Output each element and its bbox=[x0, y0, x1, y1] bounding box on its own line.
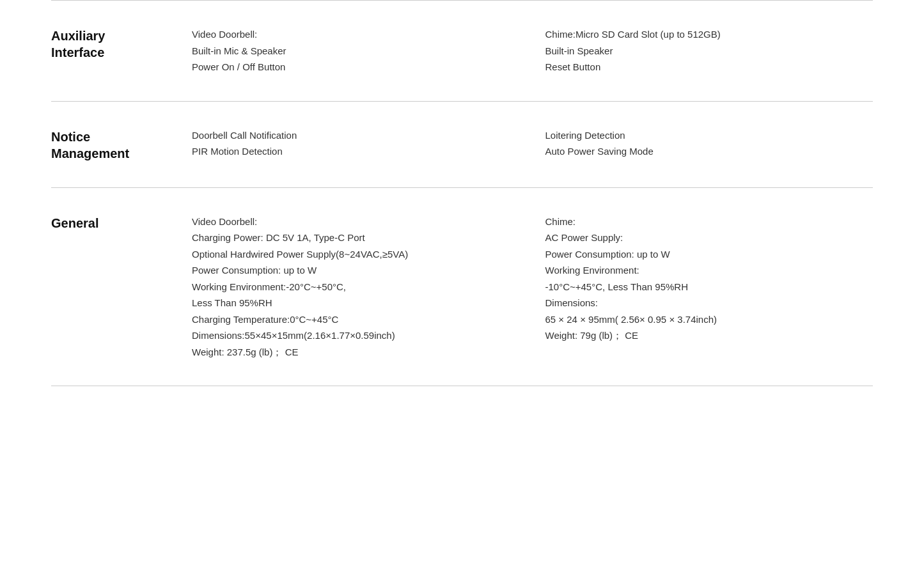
spec-col2-general: Chime:AC Power Supply:Power Consumption:… bbox=[545, 214, 873, 344]
spec-text: PIR Motion Detection bbox=[192, 143, 520, 160]
spec-text: Dimensions:55×45×15mm(2.16×1.77×0.59inch… bbox=[192, 327, 520, 344]
spec-text: Video Doorbell: bbox=[192, 26, 520, 43]
spec-label-general: General bbox=[51, 214, 192, 231]
spec-text: Weight: 237.5g (lb)； CE bbox=[192, 344, 520, 361]
spec-text: Optional Hardwired Power Supply(8~24VAC,… bbox=[192, 246, 520, 263]
spec-text: -10°C~+45°C, Less Than 95%RH bbox=[545, 279, 873, 295]
spec-label-auxiliary-interface: AuxiliaryInterface bbox=[51, 26, 192, 61]
spec-col2-auxiliary-interface: Chime:Micro SD Card Slot (up to 512GB)Bu… bbox=[545, 26, 873, 75]
spec-col1-auxiliary-interface: Video Doorbell:Built-in Mic & SpeakerPow… bbox=[192, 26, 545, 75]
spec-text: Reset Button bbox=[545, 59, 873, 75]
spec-text: Built-in Mic & Speaker bbox=[192, 43, 520, 59]
spec-col2-notice-management: Loitering DetectionAuto Power Saving Mod… bbox=[545, 127, 873, 160]
spec-col1-notice-management: Doorbell Call NotificationPIR Motion Det… bbox=[192, 127, 545, 160]
spec-text: 65 × 24 × 95mm( 2.56× 0.95 × 3.74inch) bbox=[545, 311, 873, 328]
spec-text: Power Consumption: up to W bbox=[192, 262, 520, 279]
spec-text: Charging Power: DC 5V 1A, Type-C Port bbox=[192, 230, 520, 246]
spec-text: Video Doorbell: bbox=[192, 214, 520, 230]
spec-text: Dimensions: bbox=[545, 295, 873, 311]
spec-text: AC Power Supply: bbox=[545, 230, 873, 246]
spec-text: Chime: bbox=[545, 214, 873, 230]
spec-text: Loitering Detection bbox=[545, 127, 873, 144]
spec-row-notice-management: NoticeManagementDoorbell Call Notificati… bbox=[51, 101, 873, 187]
spec-text: Weight: 79g (lb)； CE bbox=[545, 327, 873, 344]
spec-text: Working Environment: bbox=[545, 262, 873, 279]
spec-label-notice-management: NoticeManagement bbox=[51, 127, 192, 162]
spec-text: Doorbell Call Notification bbox=[192, 127, 520, 144]
spec-text: Chime:Micro SD Card Slot (up to 512GB) bbox=[545, 26, 873, 43]
spec-row-general: GeneralVideo Doorbell:Charging Power: DC… bbox=[51, 187, 873, 387]
spec-text: Power Consumption: up to W bbox=[545, 246, 873, 263]
spec-text: Less Than 95%RH bbox=[192, 295, 520, 311]
spec-text: Built-in Speaker bbox=[545, 43, 873, 59]
spec-text: Working Environment:-20°C~+50°C, bbox=[192, 279, 520, 295]
spec-table: AuxiliaryInterfaceVideo Doorbell:Built-i… bbox=[0, 0, 924, 386]
spec-text: Charging Temperature:0°C~+45°C bbox=[192, 311, 520, 328]
spec-text: Auto Power Saving Mode bbox=[545, 143, 873, 160]
spec-text: Power On / Off Button bbox=[192, 59, 520, 75]
spec-row-auxiliary-interface: AuxiliaryInterfaceVideo Doorbell:Built-i… bbox=[51, 0, 873, 101]
spec-col1-general: Video Doorbell:Charging Power: DC 5V 1A,… bbox=[192, 214, 545, 361]
